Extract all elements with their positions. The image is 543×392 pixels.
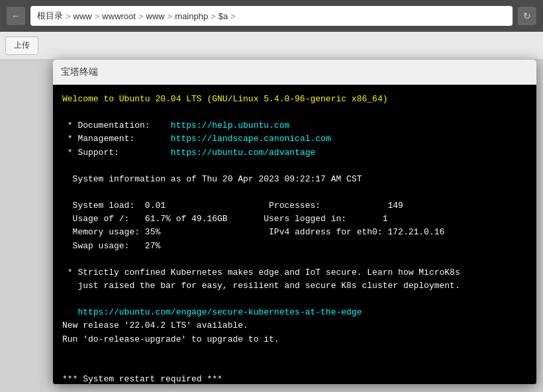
terminal-body[interactable]: Welcome to Ubuntu 20.04 LTS (GNU/Linux 5… <box>53 85 536 384</box>
doc-line: * Documentation: https://help.ubuntu.com <box>62 121 289 130</box>
terminal-content: Welcome to Ubuntu 20.04 LTS (GNU/Linux 5… <box>62 93 527 384</box>
mgmt-line: * Management: https://landscape.canonica… <box>62 134 331 144</box>
browser-navbar: ← 根目录 > www > wwwroot > www > mainphp > … <box>0 0 543 32</box>
swap-line: Swap usage: 27% <box>62 241 160 251</box>
breadcrumb-www1: www <box>74 11 92 21</box>
welcome-line: Welcome to Ubuntu 20.04 LTS (GNU/Linux 5… <box>62 94 387 104</box>
breadcrumb-a: $a <box>219 11 228 21</box>
breadcrumb-wwwroot: wwwroot <box>102 11 136 21</box>
refresh-button[interactable]: ↻ <box>518 7 536 25</box>
kubernetes-url: https://ubuntu.com/engage/secure-kuberne… <box>62 307 362 317</box>
address-bar[interactable]: 根目录 > www > wwwroot > www > mainphp > $a… <box>30 6 513 26</box>
terminal-title-bar: 宝塔终端 <box>53 60 536 85</box>
back-icon: ← <box>11 11 21 21</box>
kubernetes-line1: * Strictly confined Kubernetes makes edg… <box>62 268 460 277</box>
breadcrumb-www2: www <box>146 11 165 21</box>
upload-button[interactable]: 上传 <box>5 36 38 55</box>
support-line: * Support: https://ubuntu.com/advantage <box>62 148 315 158</box>
restart-notice: *** System restart required *** <box>62 374 222 384</box>
new-release-line: New release '22.04.2 LTS' available. <box>62 320 248 330</box>
sysinfo-line: System information as of Thu 20 Apr 2023… <box>62 174 362 184</box>
memory-line: Memory usage: 35% IPv4 address for eth0:… <box>62 227 444 237</box>
breadcrumb-mainphp: mainphp <box>175 11 208 21</box>
sysload-line: System load: 0.01 Processes: 149 <box>62 201 403 211</box>
terminal-modal: 宝塔终端 Welcome to Ubuntu 20.04 LTS (GNU/Li… <box>53 60 536 384</box>
kubernetes-line2: just raised the bar for easy, resilient … <box>62 281 460 291</box>
breadcrumb-root: 根目录 <box>37 10 63 22</box>
back-button[interactable]: ← <box>7 7 25 25</box>
upgrade-line: Run 'do-release-upgrade' to upgrade to i… <box>62 334 279 344</box>
refresh-icon: ↻ <box>523 11 531 21</box>
usage-line: Usage of /: 61.7% of 49.16GB Users logge… <box>62 214 388 224</box>
terminal-title: 宝塔终端 <box>61 66 98 78</box>
file-toolbar: 上传 <box>0 32 543 60</box>
